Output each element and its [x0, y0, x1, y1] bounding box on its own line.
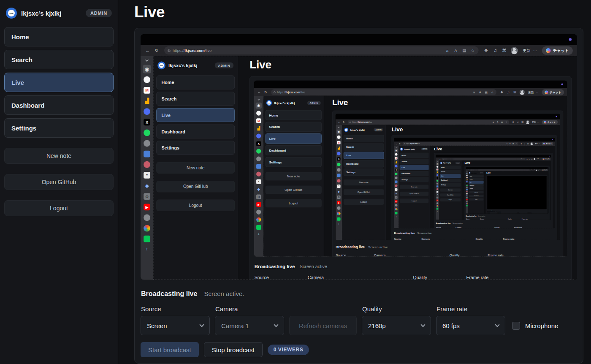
quality-label: Quality — [476, 238, 501, 240]
new-tab-icon: + — [338, 223, 340, 226]
github-favicon — [436, 166, 438, 168]
browser-update-button: 更新⋯ — [534, 143, 541, 145]
broadcast-panel: Broadcasting live Screen active. Source … — [486, 175, 548, 213]
sidebar-item-home[interactable]: Home — [4, 27, 114, 46]
media-control-icon: ♫ — [507, 90, 510, 94]
extensions-icon: ⌘ — [527, 143, 529, 145]
chrome-colorful-favicon — [466, 203, 468, 205]
broadcast-panel: ← ↻ https://lkjsxc.com/live a A ▤ ☆ ❖ ♫ … — [249, 76, 572, 280]
copilot-logo-icon — [545, 90, 548, 94]
microphone-checkbox[interactable] — [512, 322, 520, 330]
blue-docs-favicon — [143, 150, 151, 158]
new-note-button[interactable]: New note — [4, 148, 114, 164]
media-control-icon: ♫ — [523, 143, 526, 145]
favorite-star-icon: ☆ — [491, 90, 494, 94]
extensions-icon: ⌘ — [534, 169, 535, 170]
new-note-button: New note — [344, 179, 384, 185]
vertical-tab-rail: ◉M▟X*◆O▶ + — [336, 125, 342, 240]
media-control-icon: ♫ — [516, 121, 519, 123]
sidebar: kjxlkj lkjsxc’s kjxlkj ADMIN Home Search… — [439, 160, 461, 220]
quality-field: Quality 2160p — [475, 238, 501, 240]
framerate-select[interactable]: 60 fps — [436, 316, 505, 335]
gray-frame-favicon: O — [336, 195, 341, 199]
active-site-tab-favicon: ◉ — [256, 103, 262, 109]
broadcast-status-row: Broadcasting live Screen active. — [255, 264, 567, 269]
sidebar-item-home: Home — [469, 175, 483, 177]
sparkle-favicon: ◆ — [395, 192, 398, 195]
camera-label: Camera — [215, 305, 284, 312]
copilot-chat-button: チャット — [542, 169, 548, 171]
source-select[interactable]: Screen — [141, 316, 210, 335]
camera-label: Camera — [497, 212, 507, 213]
quality-field: Quality 2160p — [508, 218, 521, 220]
spotify-favicon — [436, 179, 438, 182]
broadcast-status: Broadcasting live — [466, 215, 476, 217]
multicolor-app-favicon — [466, 191, 468, 193]
logout-button[interactable]: Logout — [4, 200, 114, 216]
copilot-mono-icon: ❖ — [500, 90, 504, 94]
github-favicon — [395, 153, 398, 156]
open-github-button: Open GitHub — [469, 195, 483, 197]
blue-docs-favicon — [256, 163, 262, 169]
stop-broadcast-button[interactable]: Stop broadcast — [204, 342, 263, 357]
sidebar-item-search[interactable]: Search — [4, 50, 114, 69]
chrome-colorful-favicon — [256, 217, 262, 223]
open-github-button: Open GitHub — [266, 186, 322, 194]
open-github-button[interactable]: Open GitHub — [4, 174, 114, 190]
gray-frame-favicon: O — [143, 192, 151, 201]
admin-badge: ADMIN — [86, 9, 112, 17]
favorite-star-icon: ☆ — [528, 170, 529, 171]
browser-tab-strip — [394, 138, 555, 141]
camera-field: Camera Camera 1 — [455, 226, 474, 228]
gmail-favicon: M — [466, 177, 468, 179]
address-bar: https://lkjsxc.com/live a A ▤ ☆ — [403, 142, 518, 145]
admin-badge: ADMIN — [421, 148, 428, 150]
copilot-chat-button: チャット — [542, 158, 550, 160]
sidebar-item-settings[interactable]: Settings — [4, 118, 114, 138]
vertical-tab-rail: ◉M▟X*◆O▶ + — [254, 96, 263, 257]
quality-label: Quality — [518, 212, 527, 213]
logout-button: Logout — [440, 198, 461, 201]
camera-label: Camera — [374, 253, 409, 257]
active-site-tab-favicon: ◉ — [143, 65, 151, 73]
live-page: kjxlkj lkjsxc’s kjxlkj ADMIN Home Search… — [342, 125, 560, 240]
source-label: Source — [255, 275, 304, 280]
refresh-cameras-button[interactable]: Refresh cameras — [289, 316, 357, 335]
quality-select[interactable]: 2160p — [362, 316, 431, 335]
framerate-label: Frame rate — [466, 275, 516, 280]
favorite-star-icon: ☆ — [471, 48, 475, 53]
reload-icon: ↻ — [264, 90, 268, 94]
sidebar: kjxlkj lkjsxc’s kjxlkj ADMIN Home Search… — [263, 96, 324, 257]
sidebar-item-dashboard[interactable]: Dashboard — [4, 95, 114, 115]
admin-badge: ADMIN — [307, 101, 321, 105]
browser-tab-strip — [436, 155, 551, 158]
extensions-icon: ⌘ — [502, 48, 507, 53]
read-aloud-icon: A — [496, 121, 499, 123]
camera-select[interactable]: Camera 1 — [215, 316, 284, 335]
copilot-logo-icon — [546, 48, 550, 53]
sidebar-item-home: Home — [440, 166, 461, 169]
sidebar-nav: Home Search Live Dashboard Settings — [440, 166, 461, 187]
sidebar-actions: New note Open GitHub Logout — [469, 191, 483, 201]
main-content: Live ← ↻ https://lkjsxc.com/live a A ▤ ☆… — [385, 125, 560, 240]
tab-indicator-dot — [556, 116, 557, 117]
live-page: kjxlkj lkjsxc’s kjxlkj ADMIN Home Search… — [153, 56, 577, 280]
x-twitter-favicon: X — [395, 168, 398, 171]
translate-icon: a — [472, 90, 475, 94]
gray-cat-favicon — [395, 177, 398, 179]
broadcast-controls: Source Screen Camera Camera 1 — [487, 212, 547, 213]
broadcast-status: Broadcasting live — [487, 211, 495, 212]
sidebar: kjxlkj lkjsxc’s kjxlkj ADMIN Home Search… — [342, 125, 385, 240]
gray-frame-favicon: O — [395, 196, 398, 199]
app-logo-icon: kjxlkj — [6, 8, 17, 19]
lock-icon — [443, 159, 444, 159]
framerate-field: Frame rate 60 fps — [514, 226, 532, 228]
source-field: Source Screen — [394, 238, 419, 240]
sidebar-item-live[interactable]: Live — [4, 73, 114, 92]
new-note-button: New note — [400, 185, 428, 189]
multicolor-app-favicon — [436, 188, 438, 190]
broadcast-status-detail: Screen active. — [300, 264, 328, 269]
read-aloud-icon: A — [509, 143, 511, 144]
logout-button: Logout — [266, 199, 322, 208]
start-broadcast-button[interactable]: Start broadcast — [141, 342, 199, 357]
